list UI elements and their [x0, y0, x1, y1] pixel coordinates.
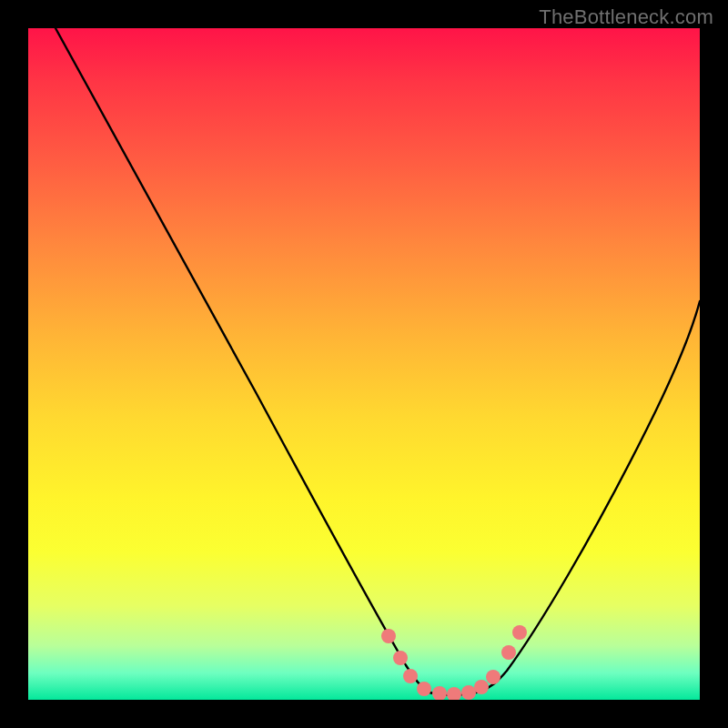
- marker-dot: [486, 670, 500, 684]
- marker-dot: [474, 680, 489, 694]
- marker-dot: [501, 645, 516, 660]
- chart-plot-area: [28, 28, 700, 700]
- chart-svg: [28, 28, 700, 700]
- marker-dot: [512, 625, 527, 640]
- marker-dot: [381, 629, 396, 643]
- marker-dot: [447, 687, 461, 700]
- marker-dot: [461, 685, 476, 700]
- marker-dot: [403, 669, 418, 683]
- marker-dot: [417, 682, 431, 696]
- right-curve: [427, 301, 700, 695]
- left-curve: [56, 28, 427, 692]
- watermark-text: TheBottleneck.com: [539, 5, 713, 29]
- marker-dot: [432, 686, 447, 700]
- pink-dots-group: [381, 625, 527, 700]
- marker-dot: [393, 651, 408, 665]
